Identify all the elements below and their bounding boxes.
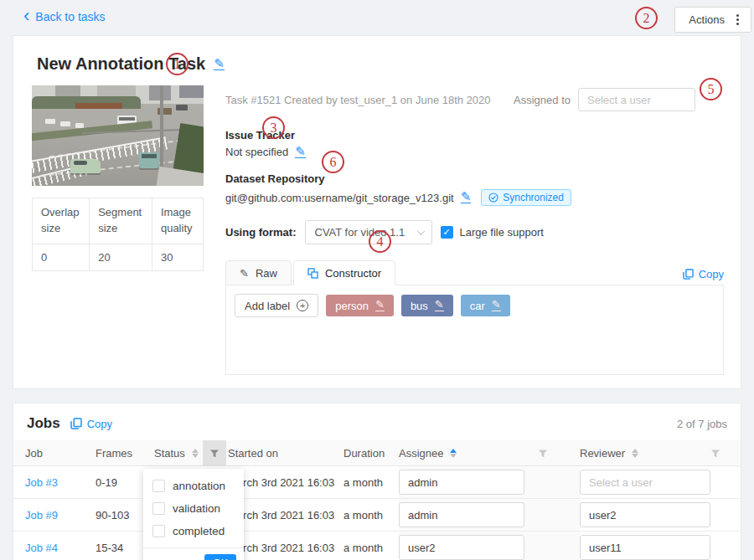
jobs-copy-link[interactable]: Copy [70, 418, 112, 430]
task-details-card: New Annotation Task ✎ Overlap size [13, 35, 741, 389]
pencil-icon: ✎ [240, 267, 249, 280]
col-frames[interactable]: Frames [96, 447, 154, 460]
job-started: March 3rd 2021 16:03 [228, 509, 343, 521]
job-link[interactable]: Job #3 [25, 476, 96, 489]
task-meta: Task #1521 Created by test_user_1 on Jun… [225, 94, 491, 106]
labels-constructor-panel: Add label + person ✎ bus ✎ car ✎ [225, 285, 724, 375]
labels-tabs: ✎ Raw Constructor [225, 260, 395, 285]
jobs-copy-label: Copy [87, 418, 112, 430]
chevron-down-icon [416, 227, 425, 235]
jobs-table-header: Job Frames Status Started on Duration As… [13, 440, 741, 466]
job-reviewer-input[interactable] [580, 470, 710, 495]
job-reviewer-input[interactable] [580, 502, 710, 527]
edit-label-icon[interactable]: ✎ [435, 300, 444, 311]
edit-label-icon[interactable]: ✎ [375, 300, 385, 311]
param-header-segment: Segment size [90, 198, 152, 244]
param-header-quality: Image quality [152, 198, 203, 244]
reviewer-filter-icon[interactable] [704, 440, 727, 466]
job-duration: a month [343, 509, 399, 521]
checkbox-unchecked-icon[interactable] [152, 525, 165, 537]
job-started: March 3rd 2021 16:03 [228, 542, 343, 554]
add-label-button[interactable]: Add label + [235, 294, 318, 317]
param-value-overlap: 0 [33, 244, 90, 270]
sync-status-badge: Synchronized [481, 189, 571, 206]
annotation-circle-2: 2 [635, 7, 658, 29]
jobs-title: Jobs [27, 415, 60, 432]
edit-label-icon[interactable]: ✎ [492, 300, 501, 311]
label-tag-person[interactable]: person ✎ [326, 295, 394, 316]
sort-carets-icon[interactable] [450, 449, 457, 458]
back-link-label: Back to tasks [35, 10, 105, 23]
tab-constructor-label: Constructor [325, 267, 381, 280]
job-link[interactable]: Job #4 [25, 542, 96, 554]
annotation-circle-6: 6 [322, 151, 344, 173]
edit-issue-tracker-icon[interactable]: ✎ [295, 146, 306, 158]
large-file-support-checkbox[interactable]: ✓ Large file support [441, 226, 544, 239]
annotation-circle-1: 1 [166, 53, 188, 75]
labels-copy-link[interactable]: Copy [683, 268, 724, 280]
filter-ok-button[interactable]: OK [204, 554, 236, 560]
format-select-value: CVAT for video 1.1 [315, 226, 405, 239]
col-reviewer[interactable]: Reviewer [580, 447, 704, 460]
actions-button[interactable]: Actions [674, 7, 751, 33]
jobs-card: Jobs Copy 2 of 7 jobs Job Frames Status … [13, 403, 741, 560]
checkbox-unchecked-icon[interactable] [152, 480, 165, 492]
job-assignee-input[interactable] [399, 502, 524, 527]
col-job[interactable]: Job [25, 447, 96, 460]
task-left-column: Overlap size Segment size Image quality … [32, 85, 204, 375]
plus-circle-icon: + [297, 300, 308, 311]
sort-carets-icon[interactable] [632, 449, 638, 458]
job-assignee-input[interactable] [399, 470, 524, 495]
col-started-on[interactable]: Started on [228, 447, 343, 460]
add-label-text: Add label [245, 300, 290, 312]
kebab-menu-icon [736, 14, 739, 25]
job-reviewer-input[interactable] [580, 535, 710, 560]
tab-raw[interactable]: ✎ Raw [225, 260, 292, 285]
checkbox-unchecked-icon[interactable] [152, 502, 165, 515]
issue-tracker-label: Issue Tracker [225, 129, 724, 141]
edit-title-icon[interactable]: ✎ [214, 59, 225, 70]
filter-reset-button[interactable]: Reset [151, 557, 179, 560]
check-circle-icon [488, 193, 498, 203]
col-status[interactable]: Status [154, 447, 203, 460]
sync-badge-label: Synchronized [503, 192, 564, 203]
sort-carets-icon[interactable] [192, 449, 199, 458]
status-filter-icon[interactable] [203, 440, 226, 466]
label-tag-car-name: car [470, 300, 485, 312]
col-reviewer-label: Reviewer [580, 447, 625, 460]
jobs-count: 2 of 7 jobs [677, 418, 727, 430]
job-started: March 3rd 2021 16:03 [228, 476, 343, 489]
job-row: Job #9 90-103 March 3rd 2021 16:03 a mon… [13, 499, 741, 532]
job-assignee-input[interactable] [399, 535, 524, 560]
dataset-repository-label: Dataset Repository [225, 172, 724, 185]
labels-copy-label: Copy [699, 268, 724, 280]
copy-icon [70, 418, 82, 429]
param-header-overlap: Overlap size [33, 198, 90, 244]
task-params-table: Overlap size Segment size Image quality … [32, 198, 204, 271]
col-assignee-label: Assignee [399, 447, 443, 460]
label-tag-car[interactable]: car ✎ [461, 295, 510, 316]
annotation-circle-4: 4 [369, 230, 391, 253]
filter-option-validation[interactable]: validation [143, 497, 244, 520]
large-file-support-label: Large file support [460, 226, 544, 239]
block-icon [307, 268, 318, 279]
filter-option-annotation[interactable]: annotation [143, 475, 244, 497]
assignee-filter-icon[interactable] [531, 440, 555, 466]
annotation-circle-3: 3 [262, 116, 285, 139]
tab-raw-label: Raw [256, 267, 277, 280]
assigned-to-input[interactable] [578, 88, 695, 111]
filter-option-completed[interactable]: completed [143, 520, 244, 542]
col-assignee[interactable]: Assignee [399, 447, 531, 460]
job-row: Job #4 15-34 March 3rd 2021 16:03 a mont… [13, 532, 741, 560]
label-tag-bus[interactable]: bus ✎ [401, 295, 453, 316]
col-duration[interactable]: Duration [343, 447, 399, 460]
status-filter-dropdown: annotation validation completed Reset OK [143, 469, 244, 560]
edit-repository-icon[interactable]: ✎ [461, 192, 472, 203]
tab-constructor[interactable]: Constructor [293, 260, 395, 285]
task-preview-image [32, 85, 204, 186]
task-right-column: Task #1521 Created by test_user_1 on Jun… [225, 85, 729, 375]
using-format-label: Using format: [225, 226, 297, 239]
job-link[interactable]: Job #9 [25, 509, 96, 521]
back-to-tasks-link[interactable]: ‹ Back to tasks [23, 10, 106, 23]
filter-option-label: validation [173, 502, 220, 515]
